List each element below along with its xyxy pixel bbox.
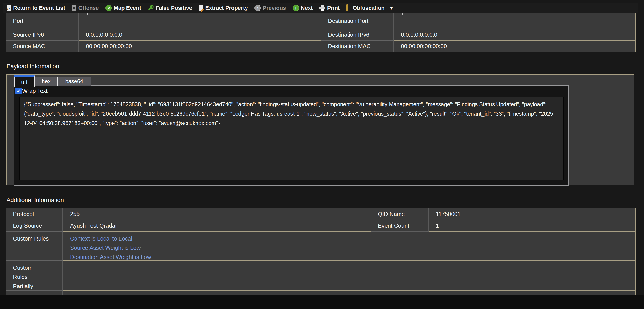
additional-information-table: Protocol 255 QID Name 11750001 Log Sourc… (6, 208, 636, 309)
tab-utf[interactable]: utf (14, 76, 35, 87)
custom-rules-label: Custom Rules (6, 231, 63, 260)
extract-property-label: Extract Property (205, 5, 248, 11)
qradar-event-details-page: { "toolbar": { "items": [ {"label": "Ret… (0, 0, 644, 309)
return-doc-icon: ↩ (6, 5, 11, 11)
event-count-label: Event Count (371, 220, 428, 231)
return-to-event-list-button[interactable]: ↩ Return to Event List (6, 5, 65, 11)
custom-rules-links: Context is Local to Local Source Asset W… (70, 232, 151, 260)
next-button[interactable]: ↓ Next (293, 5, 313, 11)
printer-icon (319, 5, 325, 11)
wrap-text-checkbox[interactable]: ✓ (15, 88, 22, 94)
payload-content-box: ✓ Wrap Text {"Suppressed": false, "Times… (14, 85, 568, 186)
port-label: Port (6, 13, 79, 29)
previous-label: Previous (263, 5, 286, 11)
map-event-icon: ↗ (106, 5, 112, 11)
event-toolbar: ↩ Return to Event List Offense ↗ Map Eve… (3, 3, 638, 13)
clipped-text-sliver (87, 13, 88, 15)
event-count-value: 1 (428, 220, 635, 231)
previous-button: ↑ Previous (254, 5, 286, 11)
custom-rule-link[interactable]: Destination Asset Weight is Low (70, 252, 151, 260)
offense-label: Offense (78, 5, 99, 11)
offense-doc-icon (72, 5, 76, 11)
destination-mac-label: Destination MAC (321, 40, 394, 52)
payload-panel: utf hex base64 ✓ Wrap Text {"Suppressed"… (6, 74, 634, 185)
custom-rule-link[interactable]: Context is Local to Local (70, 234, 151, 243)
chevron-down-icon: ▼ (389, 6, 394, 11)
extract-property-icon (198, 5, 203, 11)
destination-mac-value: 00:00:00:00:00:00 (394, 40, 636, 52)
wrench-icon (148, 5, 154, 11)
false-positive-button[interactable]: False Positive (148, 5, 192, 11)
previous-icon: ↑ (254, 5, 261, 11)
log-source-label: Log Source (6, 220, 63, 231)
map-event-label: Map Event (114, 5, 141, 11)
protocol-value: 255 (63, 208, 371, 220)
tab-hex[interactable]: hex (35, 77, 57, 86)
table-row-port: Port Destination Port (6, 13, 636, 29)
print-label: Print (327, 5, 340, 11)
check-icon: ✓ (17, 88, 21, 94)
custom-rule-link[interactable]: Source Asset Weight is Low (70, 243, 151, 252)
custom-rules-value: Context is Local to Local Source Asset W… (63, 231, 635, 260)
source-ipv6-label: Source IPv6 (6, 29, 79, 40)
print-button[interactable]: Print (319, 5, 340, 11)
table-row-mac: Source MAC 00:00:00:00:00:00 Destination… (6, 40, 636, 52)
source-mac-label: Source MAC (6, 40, 79, 52)
destination-port-value (394, 13, 636, 29)
extract-property-button[interactable]: Extract Property (198, 5, 248, 11)
table-row-custom-rules-partially-matched: Custom Rules Partially Matched (6, 260, 635, 290)
additional-section-title: Additional Information (6, 197, 64, 204)
log-source-value: Ayush Test Qradar (63, 220, 371, 231)
qid-name-value: 11750001 (428, 208, 635, 220)
payload-textarea[interactable]: {"Suppressed": false, "Timestamp": 17648… (19, 97, 564, 180)
clipped-text-sliver (402, 13, 403, 15)
false-positive-label: False Positive (156, 5, 192, 11)
viewport-cutoff (0, 295, 644, 309)
destination-ipv6-label: Destination IPv6 (321, 29, 394, 40)
wrap-text-label: Wrap Text (22, 88, 48, 94)
table-row-log-source: Log Source Ayush Test Qradar Event Count… (6, 220, 635, 231)
crpm-value (63, 260, 635, 290)
offense-button: Offense (72, 5, 99, 11)
lock-icon (346, 5, 351, 11)
source-ipv6-value: 0:0:0:0:0:0:0:0 (79, 29, 321, 40)
return-to-event-list-label: Return to Event List (13, 5, 65, 11)
next-icon: ↓ (293, 5, 299, 11)
destination-ipv6-value: 0:0:0:0:0:0:0:0 (394, 29, 636, 40)
table-row-custom-rules: Custom Rules Context is Local to Local S… (6, 231, 635, 260)
next-label: Next (301, 5, 313, 11)
protocol-label: Protocol (6, 208, 63, 220)
payload-section-title: Payload Information (6, 63, 59, 70)
destination-port-label: Destination Port (321, 13, 394, 29)
crpm-label: Custom Rules Partially Matched (6, 260, 63, 290)
table-row-protocol: Protocol 255 QID Name 11750001 (6, 208, 635, 220)
port-value (79, 13, 321, 29)
tab-base64[interactable]: base64 (57, 77, 90, 86)
table-row-ipv6: Source IPv6 0:0:0:0:0:0:0:0 Destination … (6, 29, 636, 40)
network-details-table: Port Destination Port Source IPv6 0:0:0:… (6, 13, 636, 52)
payload-format-tabs: utf hex base64 (14, 76, 90, 87)
obfuscation-dropdown-button[interactable]: Obfuscation ▼ (346, 5, 394, 11)
source-mac-value: 00:00:00:00:00:00 (79, 40, 321, 52)
qid-name-label: QID Name (371, 208, 428, 220)
obfuscation-label: Obfuscation (353, 5, 385, 11)
wrap-text-control: ✓ Wrap Text (15, 88, 48, 94)
map-event-button[interactable]: ↗ Map Event (106, 5, 141, 11)
border-patch (371, 231, 429, 232)
